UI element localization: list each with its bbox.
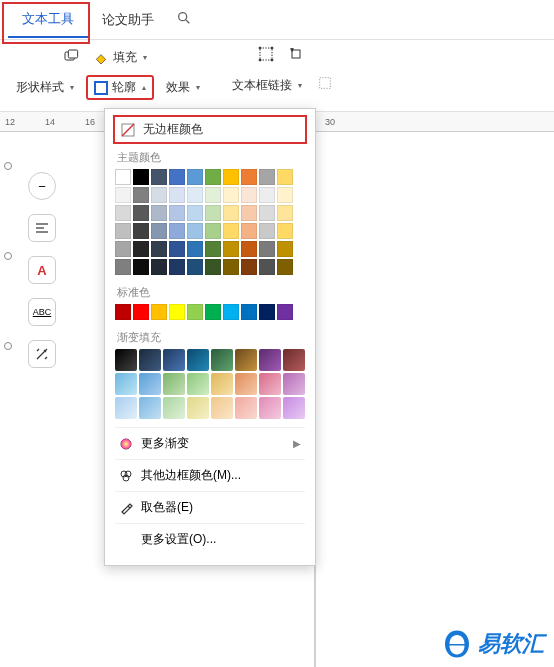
group-icon[interactable]: [258, 46, 274, 66]
color-swatch[interactable]: [133, 223, 149, 239]
gradient-swatch[interactable]: [187, 373, 209, 395]
color-swatch[interactable]: [241, 241, 257, 257]
gradient-swatch[interactable]: [259, 349, 281, 371]
color-swatch[interactable]: [277, 241, 293, 257]
gradient-swatch[interactable]: [283, 397, 305, 419]
gradient-swatch[interactable]: [187, 397, 209, 419]
color-swatch[interactable]: [205, 259, 221, 275]
color-swatch[interactable]: [259, 241, 275, 257]
gradient-swatch[interactable]: [163, 349, 185, 371]
more-settings-option[interactable]: 更多设置(O)...: [115, 523, 305, 555]
color-swatch[interactable]: [151, 223, 167, 239]
gradient-swatch[interactable]: [115, 373, 137, 395]
color-swatch[interactable]: [241, 205, 257, 221]
selection-handle[interactable]: [4, 252, 12, 260]
gradient-swatch[interactable]: [259, 373, 281, 395]
gradient-swatch[interactable]: [139, 373, 161, 395]
color-swatch[interactable]: [187, 241, 203, 257]
selection-handle[interactable]: [4, 342, 12, 350]
gradient-swatch[interactable]: [235, 397, 257, 419]
color-swatch[interactable]: [205, 304, 221, 320]
gradient-swatch[interactable]: [163, 397, 185, 419]
color-swatch[interactable]: [277, 187, 293, 203]
color-swatch[interactable]: [115, 259, 131, 275]
color-swatch[interactable]: [169, 259, 185, 275]
gradient-swatch[interactable]: [283, 373, 305, 395]
color-swatch[interactable]: [205, 187, 221, 203]
gradient-swatch[interactable]: [259, 397, 281, 419]
selection-handle[interactable]: [4, 162, 12, 170]
color-swatch[interactable]: [187, 223, 203, 239]
color-swatch[interactable]: [169, 169, 185, 185]
tab-text-tools[interactable]: 文本工具: [8, 2, 88, 38]
color-swatch[interactable]: [187, 169, 203, 185]
color-swatch[interactable]: [151, 241, 167, 257]
color-swatch[interactable]: [223, 223, 239, 239]
color-swatch[interactable]: [133, 169, 149, 185]
color-swatch[interactable]: [277, 169, 293, 185]
gradient-swatch[interactable]: [115, 349, 137, 371]
fill-button[interactable]: 填充▾: [87, 46, 153, 69]
break-link-icon[interactable]: [314, 72, 336, 98]
color-swatch[interactable]: [205, 241, 221, 257]
color-swatch[interactable]: [151, 169, 167, 185]
color-swatch[interactable]: [115, 241, 131, 257]
color-swatch[interactable]: [115, 187, 131, 203]
tab-paper-assistant[interactable]: 论文助手: [88, 3, 168, 37]
color-swatch[interactable]: [277, 223, 293, 239]
color-swatch[interactable]: [259, 223, 275, 239]
gradient-swatch[interactable]: [235, 373, 257, 395]
gradient-swatch[interactable]: [139, 349, 161, 371]
shape-style-icon[interactable]: [63, 48, 79, 68]
gradient-swatch[interactable]: [283, 349, 305, 371]
color-swatch[interactable]: [205, 205, 221, 221]
color-swatch[interactable]: [241, 223, 257, 239]
color-swatch[interactable]: [187, 304, 203, 320]
color-swatch[interactable]: [133, 304, 149, 320]
other-border-colors-option[interactable]: 其他边框颜色(M)...: [115, 459, 305, 491]
color-swatch[interactable]: [241, 304, 257, 320]
color-swatch[interactable]: [133, 259, 149, 275]
color-swatch[interactable]: [169, 304, 185, 320]
more-gradients-option[interactable]: 更多渐变 ▶: [115, 427, 305, 459]
color-swatch[interactable]: [205, 169, 221, 185]
gradient-swatch[interactable]: [115, 397, 137, 419]
color-swatch[interactable]: [259, 205, 275, 221]
rotate-icon[interactable]: [288, 46, 304, 66]
color-swatch[interactable]: [223, 259, 239, 275]
color-swatch[interactable]: [187, 205, 203, 221]
color-swatch[interactable]: [169, 223, 185, 239]
color-swatch[interactable]: [133, 205, 149, 221]
color-swatch[interactable]: [151, 187, 167, 203]
color-swatch[interactable]: [277, 304, 293, 320]
gradient-swatch[interactable]: [211, 349, 233, 371]
tool-text-a[interactable]: A: [28, 256, 56, 284]
gradient-swatch[interactable]: [211, 397, 233, 419]
tool-magic[interactable]: [28, 340, 56, 368]
gradient-swatch[interactable]: [163, 373, 185, 395]
color-swatch[interactable]: [241, 187, 257, 203]
color-swatch[interactable]: [115, 205, 131, 221]
color-swatch[interactable]: [115, 304, 131, 320]
color-swatch[interactable]: [133, 187, 149, 203]
color-swatch[interactable]: [169, 241, 185, 257]
color-swatch[interactable]: [169, 187, 185, 203]
color-swatch[interactable]: [115, 169, 131, 185]
color-swatch[interactable]: [115, 223, 131, 239]
color-swatch[interactable]: [259, 259, 275, 275]
color-swatch[interactable]: [187, 187, 203, 203]
color-swatch[interactable]: [259, 169, 275, 185]
gradient-swatch[interactable]: [211, 373, 233, 395]
color-swatch[interactable]: [241, 169, 257, 185]
tool-abc[interactable]: ABC: [28, 298, 56, 326]
tool-minus[interactable]: −: [28, 172, 56, 200]
gradient-swatch[interactable]: [235, 349, 257, 371]
color-swatch[interactable]: [259, 304, 275, 320]
color-swatch[interactable]: [277, 205, 293, 221]
effect-button[interactable]: 效果▾: [160, 75, 206, 100]
color-swatch[interactable]: [277, 259, 293, 275]
color-swatch[interactable]: [223, 205, 239, 221]
color-swatch[interactable]: [223, 241, 239, 257]
no-outline-option[interactable]: 无边框颜色: [113, 115, 307, 144]
color-swatch[interactable]: [133, 241, 149, 257]
